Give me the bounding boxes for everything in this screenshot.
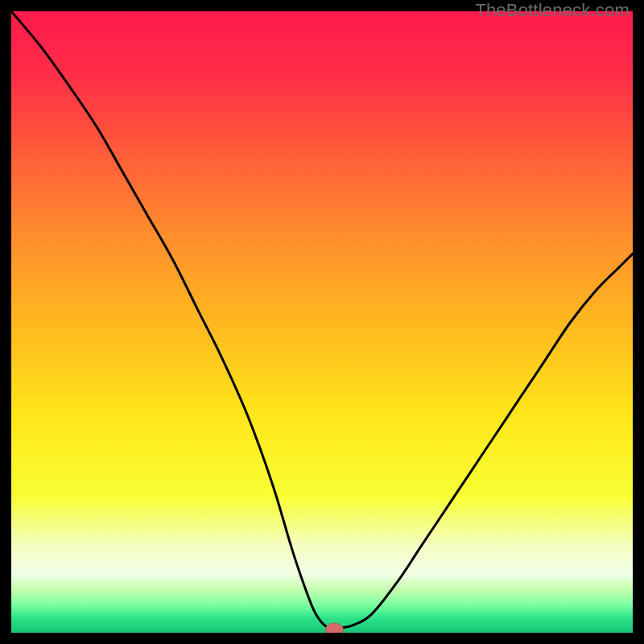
optimal-point-marker [325, 623, 343, 633]
gradient-background [11, 11, 633, 633]
bottleneck-chart [11, 11, 633, 633]
watermark-text: TheBottleneck.com [475, 0, 630, 21]
chart-frame [11, 11, 633, 633]
